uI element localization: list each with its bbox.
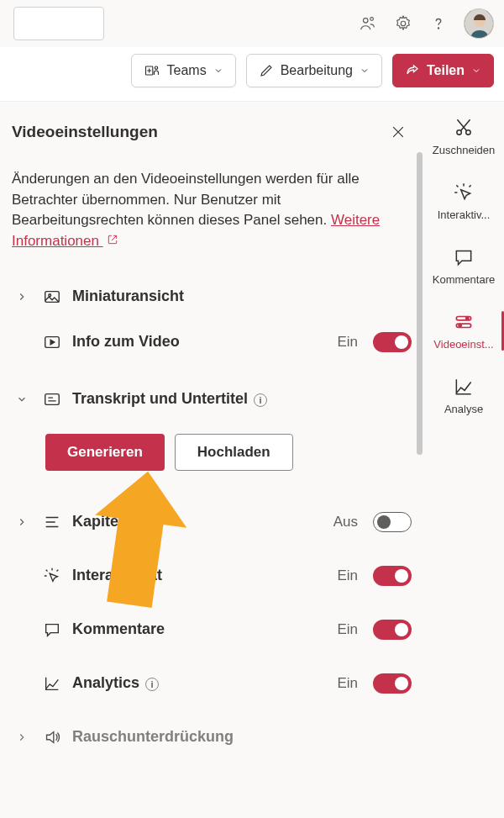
close-button[interactable] — [385, 119, 412, 145]
row-about-video: Info zum Video Ein — [12, 319, 412, 365]
teams-button[interactable]: Teams — [131, 54, 236, 87]
cursor-click-icon — [453, 182, 475, 203]
chevron-down-icon — [471, 66, 481, 76]
row-noise[interactable]: Rauschunterdrückung — [12, 715, 412, 760]
avatar[interactable] — [464, 8, 494, 39]
svg-point-1 — [370, 18, 374, 21]
analytics-icon — [42, 673, 62, 694]
edit-label: Bearbeitung — [281, 63, 353, 78]
share-icon — [405, 63, 420, 78]
analytics-state: Ein — [337, 675, 358, 692]
row-transcript[interactable]: Transkript und Untertitel i — [12, 377, 412, 422]
info-icon[interactable]: i — [145, 678, 159, 691]
chapters-icon — [42, 512, 62, 532]
comments-state: Ein — [337, 621, 358, 638]
svg-point-2 — [401, 21, 406, 26]
generate-button[interactable]: Generieren — [45, 434, 165, 471]
transcript-label: Transkript und Untertitel i — [72, 390, 412, 408]
help-icon[interactable] — [428, 13, 449, 34]
info-icon[interactable]: i — [254, 393, 267, 407]
image-icon — [42, 287, 62, 307]
gear-icon[interactable] — [393, 13, 413, 34]
analytics-icon — [453, 376, 475, 398]
row-chapters[interactable]: Kapitel Aus — [12, 499, 412, 545]
edit-button[interactable]: Bearbeitung — [246, 54, 382, 87]
about-label: Info zum Video — [72, 333, 327, 351]
comments-toggle[interactable] — [373, 620, 412, 640]
sidebar-item-comments[interactable]: Kommentare — [423, 243, 504, 289]
interactivity-label: Interaktivität — [72, 567, 327, 584]
svg-point-7 — [155, 66, 157, 69]
chevron-right-icon[interactable] — [12, 287, 32, 307]
sidebar-item-analytics[interactable]: Analyse — [423, 372, 504, 419]
comment-icon — [453, 246, 475, 268]
panel-description: Änderungen an den Videoeinstellungen wer… — [12, 169, 412, 252]
row-thumbnail[interactable]: Miniaturansicht — [12, 274, 412, 319]
svg-point-13 — [466, 130, 470, 135]
chevron-down-icon[interactable] — [12, 389, 32, 409]
upload-button[interactable]: Hochladen — [175, 434, 293, 471]
chapters-toggle[interactable] — [373, 512, 412, 532]
pencil-icon — [259, 63, 274, 78]
people-icon[interactable] — [358, 13, 378, 34]
sidebar-item-interactivity[interactable]: Interaktiv... — [423, 178, 504, 224]
row-analytics: Analytics i Ein — [12, 661, 412, 706]
sidebar-item-trim[interactable]: Zuschneiden — [423, 113, 504, 160]
close-icon — [390, 124, 407, 140]
search-input[interactable] — [13, 7, 104, 40]
svg-rect-11 — [45, 393, 60, 404]
noise-icon — [42, 727, 62, 747]
svg-point-12 — [457, 130, 461, 135]
cursor-click-icon — [42, 566, 62, 586]
external-link-icon — [107, 234, 118, 245]
chevron-right-icon[interactable] — [12, 727, 32, 747]
share-label: Teilen — [427, 63, 465, 78]
transcript-icon — [42, 389, 62, 409]
noise-label: Rauschunterdrückung — [72, 728, 412, 746]
svg-point-15 — [466, 317, 469, 319]
teams-label: Teams — [167, 63, 207, 78]
about-state: Ein — [337, 334, 358, 351]
about-toggle[interactable] — [373, 332, 412, 352]
chapters-label: Kapitel — [72, 513, 323, 530]
svg-point-0 — [364, 18, 369, 23]
comments-label: Kommentare — [72, 620, 327, 638]
chevron-down-icon — [213, 66, 223, 76]
interactivity-toggle[interactable] — [373, 566, 412, 586]
chapters-state: Aus — [333, 514, 358, 530]
row-interactivity: Interaktivität Ein — [12, 553, 412, 599]
comment-icon — [42, 620, 62, 640]
svg-point-17 — [459, 325, 461, 327]
chevron-down-icon — [360, 66, 370, 76]
scrollbar[interactable] — [417, 152, 423, 455]
chevron-right-icon[interactable] — [12, 512, 32, 532]
analytics-label: Analytics i — [72, 674, 327, 692]
thumbnail-label: Miniaturansicht — [72, 288, 412, 305]
svg-point-3 — [438, 28, 438, 29]
sidebar-item-video-settings[interactable]: Videoeinst... — [423, 308, 504, 354]
teams-icon — [144, 62, 160, 79]
row-comments: Kommentare Ein — [12, 607, 412, 652]
panel-title: Videoeinstellungen — [12, 123, 158, 141]
play-box-icon — [42, 332, 62, 352]
analytics-toggle[interactable] — [373, 673, 412, 694]
interactivity-state: Ein — [337, 567, 358, 584]
sliders-icon — [453, 311, 475, 333]
scissors-icon — [453, 117, 475, 139]
share-button[interactable]: Teilen — [392, 54, 494, 87]
